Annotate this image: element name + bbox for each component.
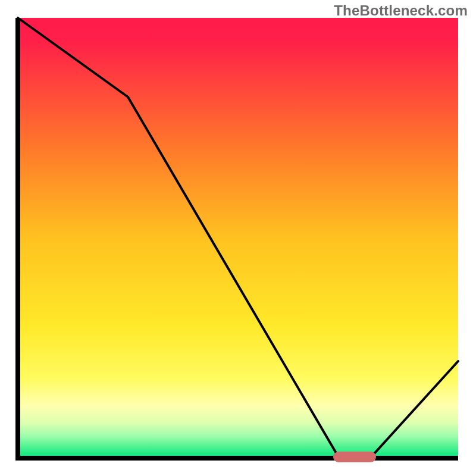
bottleneck-chart-svg [0,0,476,476]
optimal-zone-marker [333,452,376,462]
plot-background [18,18,458,458]
chart-stage: TheBottleneck.com [0,0,476,476]
